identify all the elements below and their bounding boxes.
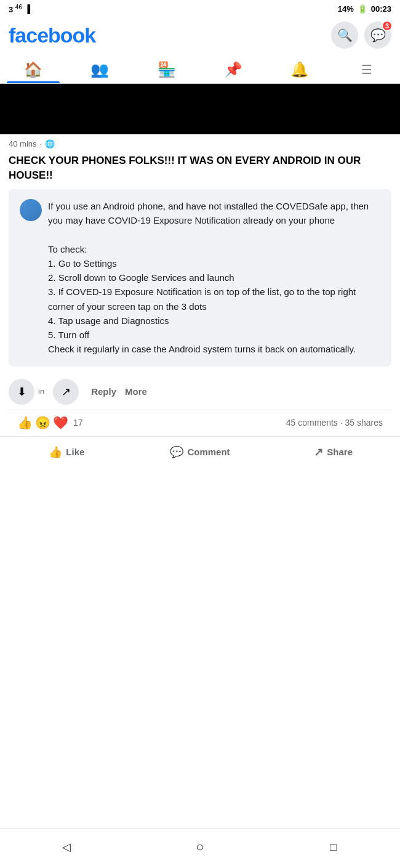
marketplace-icon: 🏪 (158, 61, 176, 78)
carrier-signal: 3 46 (9, 4, 22, 14)
menu-icon: ☰ (361, 62, 372, 77)
nav-menu[interactable]: ☰ (334, 56, 400, 82)
like-emoji: 👍 (17, 415, 33, 430)
post-meta: 40 mins · 🌐 (0, 134, 400, 151)
reply-button[interactable]: Reply (91, 386, 116, 397)
comment-icon: 💬 (170, 445, 183, 459)
battery-icon: 🔋 (358, 4, 367, 14)
action-in-label: in (38, 387, 44, 396)
header-icons: 🔍 💬 3 (331, 22, 391, 49)
like-label: Like (66, 447, 84, 457)
home-button[interactable]: ○ (188, 835, 212, 859)
nav-pages[interactable]: 📌 (200, 55, 266, 83)
nav-bar: 🏠 👥 🏪 📌 🔔 ☰ (0, 55, 400, 84)
comments-count[interactable]: 45 comments (286, 418, 338, 428)
status-left: 3 46 ▐ (9, 4, 30, 14)
home-circle-icon: ○ (196, 839, 204, 855)
search-button[interactable]: 🔍 (331, 22, 358, 49)
share-small-button[interactable]: ↗ (53, 379, 79, 405)
signal-icon: ▐ (25, 4, 30, 14)
share-label: Share (327, 447, 353, 457)
post-container: 40 mins · 🌐 CHECK YOUR PHONES FOLKS!!! I… (0, 84, 400, 467)
share-button[interactable]: ↗ Share (266, 440, 400, 464)
quote-box: If you use an Android phone, and have no… (9, 189, 391, 367)
friends-icon: 👥 (90, 61, 109, 78)
nav-friends[interactable]: 👥 (66, 55, 133, 83)
battery-percent: 14% (338, 4, 354, 14)
reactions-right: 45 comments · 35 shares (286, 418, 383, 428)
post-headline: CHECK YOUR PHONES FOLKS!!! IT WAS ON EVE… (0, 151, 400, 189)
quote-text: If you use an Android phone, and have no… (48, 199, 380, 357)
search-icon: 🔍 (337, 28, 353, 43)
dot-separator: · (40, 139, 42, 148)
reactions-dot: · (340, 418, 345, 428)
bell-icon: 🔔 (290, 61, 309, 78)
bottom-actions: 👍 Like 💬 Comment ↗ Share (0, 436, 400, 468)
angry-emoji: 😠 (35, 415, 50, 430)
like-button[interactable]: 👍 Like (0, 440, 134, 464)
share-icon: ↗ (62, 385, 71, 399)
status-bar: 3 46 ▐ 14% 🔋 00:23 (0, 0, 400, 17)
save-button[interactable]: ⬇ (9, 379, 34, 405)
messenger-badge: 3 (382, 20, 393, 31)
reactions-left: 👍 😠 ❤️ 17 (17, 415, 83, 430)
reaction-count: 17 (73, 418, 83, 428)
action-row: ⬇ in ↗ Reply More (0, 375, 400, 410)
nav-home[interactable]: 🏠 (0, 55, 66, 83)
recents-button[interactable]: □ (321, 835, 346, 859)
comment-button[interactable]: 💬 Comment (134, 440, 267, 464)
android-nav: ◁ ○ □ (0, 828, 400, 868)
like-icon: 👍 (49, 445, 62, 459)
globe-icon: 🌐 (45, 139, 55, 148)
flag-icon: 📌 (224, 61, 242, 78)
avatar (20, 199, 42, 221)
heart-emoji: ❤️ (53, 415, 68, 430)
back-icon: ◁ (62, 840, 71, 854)
status-right: 14% 🔋 00:23 (338, 4, 391, 14)
nav-notifications[interactable]: 🔔 (266, 55, 333, 83)
time: 00:23 (371, 4, 391, 14)
recents-icon: □ (330, 841, 337, 854)
save-icon: ⬇ (17, 385, 26, 399)
share-btn-icon: ↗ (314, 445, 323, 459)
comment-label: Comment (187, 447, 230, 457)
back-button[interactable]: ◁ (54, 835, 79, 859)
shares-count[interactable]: 35 shares (345, 418, 383, 428)
app-header: facebook 🔍 💬 3 (0, 17, 400, 55)
censored-image (0, 84, 400, 134)
post-time: 40 mins (9, 139, 37, 148)
reactions-row: 👍 😠 ❤️ 17 45 comments · 35 shares (9, 410, 391, 436)
more-button[interactable]: More (125, 386, 147, 397)
facebook-logo: facebook (9, 23, 95, 47)
nav-marketplace[interactable]: 🏪 (134, 55, 200, 83)
messenger-button[interactable]: 💬 3 (364, 22, 391, 49)
home-icon: 🏠 (24, 61, 42, 78)
